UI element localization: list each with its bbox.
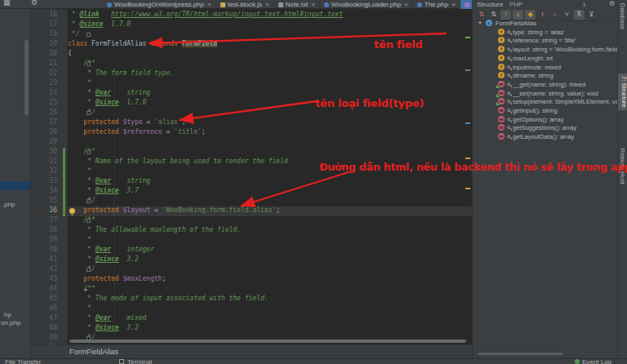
close-icon[interactable]: × xyxy=(311,1,315,8)
code-text: * @since 3.2 xyxy=(68,324,139,334)
code-line[interactable]: 18 */ xyxy=(31,30,472,40)
event-log-icon[interactable] xyxy=(575,359,580,364)
toolwindow-button[interactable]: Remote Host xyxy=(619,149,626,184)
terminal-icon[interactable] xyxy=(119,359,124,364)
code-line[interactable]: 19class FormFieldAlias extends FormField xyxy=(31,40,472,50)
file-transfer-button[interactable]: File Transfer xyxy=(5,359,41,364)
code-line[interactable]: 28 protected $reference = 'title'; xyxy=(31,128,472,138)
code-line[interactable]: 35 */ xyxy=(31,197,472,206)
project-item-label[interactable]: hp xyxy=(4,311,11,318)
code-line[interactable]: 23 * xyxy=(31,79,472,89)
code-line[interactable]: 41 * @since 3.2 xyxy=(31,255,472,265)
code-line[interactable]: 25 * @since 1.7.0 xyxy=(31,99,472,109)
scroll-to-source-icon[interactable]: ⤓ xyxy=(583,0,586,8)
editor-tab[interactable]: WooBookingLoader.php× xyxy=(320,0,413,9)
structure-row[interactable]: mgetInput(): string xyxy=(473,106,617,115)
code-line[interactable]: 21 /** xyxy=(31,60,472,69)
fold-marker-icon[interactable] xyxy=(87,336,91,340)
fold-marker-icon[interactable] xyxy=(87,111,91,115)
code-viewport[interactable]: 16 * @link http://www.w3.org/TR/html-mar… xyxy=(31,9,472,344)
close-icon[interactable]: × xyxy=(404,1,408,8)
lightbulb-icon[interactable] xyxy=(69,208,75,214)
structure-row[interactable]: finputmode: mixed xyxy=(473,63,617,72)
code-line[interactable]: 44 /** xyxy=(31,285,472,295)
editor-tab[interactable]: Note.txt× xyxy=(274,0,320,9)
fold-marker-icon[interactable] xyxy=(87,268,91,272)
code-line[interactable]: 24 * @var string xyxy=(31,89,472,99)
gear-icon[interactable]: ⚙ xyxy=(609,0,615,7)
structure-row[interactable]: mgetLayoutData(): array xyxy=(473,132,617,141)
file-type-icon xyxy=(278,2,283,7)
code-line[interactable]: 16 * @link http://www.w3.org/TR/html-mar… xyxy=(31,11,472,20)
code-text: * @var string xyxy=(68,89,150,99)
code-line[interactable]: 42 */ xyxy=(31,265,472,275)
code-line[interactable]: 40 * @var integer xyxy=(31,246,472,255)
code-line[interactable]: 30 /** xyxy=(31,148,472,158)
code-line[interactable]: 22 * The form field type. xyxy=(31,69,472,79)
editor-pane[interactable]: 16 * @link http://www.w3.org/TR/html-mar… xyxy=(31,9,472,358)
fold-arrow-icon[interactable]: ▸ xyxy=(85,286,88,292)
close-icon[interactable]: × xyxy=(207,1,211,8)
structure-tab[interactable]: Structure xyxy=(477,1,503,8)
fold-marker-icon[interactable] xyxy=(87,199,91,203)
structure-row[interactable]: mgetSuggestions(): array xyxy=(473,123,617,132)
editor-tab[interactable]: WooBookingOnWordpress.php× xyxy=(103,0,216,9)
code-line[interactable]: 29 xyxy=(31,138,472,148)
toolwindow-button[interactable]: Database xyxy=(619,3,626,29)
structure-horizontal-scrollbar[interactable] xyxy=(478,353,563,355)
code-text: * xyxy=(68,167,91,177)
structure-row[interactable]: mgetOptions(): array xyxy=(473,115,617,124)
terminal-button[interactable]: Terminal xyxy=(127,359,152,364)
code-line[interactable]: 46 * xyxy=(31,304,472,314)
project-item-label[interactable]: on.php xyxy=(1,319,20,326)
editor-tab[interactable]: test-block.js× xyxy=(216,0,274,9)
editor-horizontal-scrollbar[interactable] xyxy=(69,340,466,343)
error-stripe-mark xyxy=(465,122,470,124)
structure-row[interactable]: fdirname: string xyxy=(473,71,617,80)
code-line[interactable]: 38 * The allowable maxlength of the fiel… xyxy=(31,226,472,236)
fold-marker-icon[interactable] xyxy=(87,33,91,37)
structure-row[interactable]: msetup(element: SimpleXMLElement, value, xyxy=(473,97,617,106)
fold-marker-icon[interactable] xyxy=(87,219,91,223)
project-item-label[interactable]: .php xyxy=(2,201,16,208)
toolwindow-button[interactable]: 7: Structure xyxy=(618,73,627,110)
code-line[interactable]: 26 */ xyxy=(31,109,472,118)
code-line[interactable]: 45 * The mode of input associated with t… xyxy=(31,295,472,304)
structure-row[interactable]: ftype: string = 'alias' xyxy=(473,28,617,37)
structure-php-tab[interactable]: PHP xyxy=(509,1,522,8)
code-line[interactable]: 27 protected $type = 'alias'; xyxy=(31,118,472,128)
breadcrumb[interactable]: FormFieldAlias xyxy=(31,344,472,358)
structure-row[interactable]: flayout: string = 'WooBooking.form.field… xyxy=(473,45,617,54)
editor-tab[interactable]: The.php× xyxy=(413,0,460,9)
code-line[interactable]: 36 protected $layout = 'WooBooking.form.… xyxy=(31,206,472,216)
code-line[interactable]: 39 * xyxy=(31,236,472,246)
fold-marker-icon[interactable] xyxy=(87,62,91,66)
fold-marker-icon[interactable] xyxy=(87,150,91,154)
structure-row[interactable]: fmaxLength: int xyxy=(473,54,617,63)
close-icon[interactable]: × xyxy=(451,1,456,8)
code-line[interactable]: 17 * @since 1.7.0 xyxy=(31,20,472,30)
code-line[interactable]: 32 * xyxy=(31,167,472,177)
project-selected-row[interactable] xyxy=(0,181,31,190)
code-line[interactable]: 31 * Name of the layout being used to re… xyxy=(31,158,472,167)
line-number: 40 xyxy=(31,246,68,255)
code-line[interactable]: 34 * @since 3.7 xyxy=(31,187,472,197)
method-icon: m xyxy=(498,107,505,113)
grid-icon[interactable]: ▦ xyxy=(3,0,11,7)
code-line[interactable]: 48 * @since 3.2 xyxy=(31,324,472,334)
event-log-button[interactable]: Event Log xyxy=(582,359,611,364)
chevron-down-icon[interactable]: ▼ xyxy=(478,19,482,28)
structure-row[interactable]: m__get(name: string): mixed xyxy=(473,80,617,89)
code-line[interactable]: 47 * @var mixed xyxy=(31,314,472,324)
code-line[interactable]: 43 protected $maxLength; xyxy=(31,275,472,285)
structure-root-row[interactable]: ▼cFormFieldAlias xyxy=(473,19,617,28)
code-line[interactable]: 33 * @var string xyxy=(31,177,472,187)
close-icon[interactable]: × xyxy=(265,1,269,8)
gear-icon[interactable]: ⚙ xyxy=(31,0,38,7)
project-scrollbar[interactable] xyxy=(24,40,29,115)
structure-row[interactable]: freference: string = 'title' xyxy=(473,36,617,45)
structure-row[interactable]: m__set(name: string, value): void xyxy=(473,89,617,98)
code-line[interactable]: 37 /** xyxy=(31,216,472,226)
project-panel-sliver[interactable]: .phphpon.php xyxy=(0,9,31,358)
code-line[interactable]: 20{ xyxy=(31,50,472,60)
